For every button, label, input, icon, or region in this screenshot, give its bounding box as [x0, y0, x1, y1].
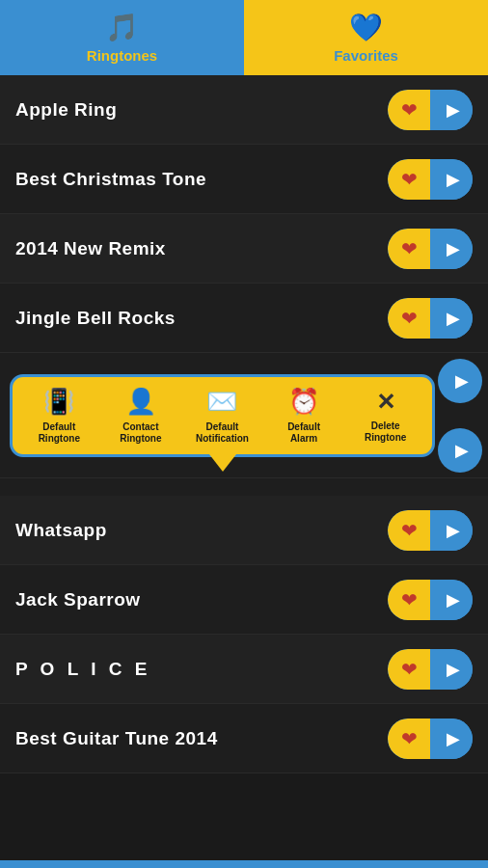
favorites-tab-label: Favorites [334, 47, 398, 64]
context-label: DeleteRingtone [365, 420, 406, 444]
heart-icon: ❤ [401, 519, 418, 542]
play-button[interactable]: ▶ [430, 580, 473, 620]
favorite-button[interactable]: ❤ [388, 510, 430, 551]
play-icon: ▶ [447, 728, 460, 749]
action-buttons: ❤ ▶ [388, 580, 473, 620]
context-item-default-ringtone[interactable]: 📳 DefaultRingtone [18, 387, 100, 445]
item-title: P O L I C E [15, 659, 150, 680]
play-button[interactable]: ▶ [430, 159, 473, 200]
favorite-button[interactable]: ❤ [388, 649, 430, 690]
play-button[interactable]: ▶ [430, 649, 473, 690]
context-label: DefaultNotification [196, 421, 249, 445]
ringtones-list-bottom: Whatsapp ❤ ▶ Jack Sparrow ❤ ▶ P O L I C … [0, 496, 488, 773]
item-title: Jingle Bell Rocks [15, 308, 176, 329]
item-title: 2014 New Remix [15, 238, 166, 259]
heart-icon: ❤ [401, 727, 418, 750]
item-title: Best Guitar Tune 2014 [15, 728, 218, 749]
favorite-button[interactable]: ❤ [388, 229, 430, 269]
context-label: DefaultRingtone [39, 421, 80, 445]
ringtones-tab-label: Ringtones [87, 47, 157, 64]
favorite-button[interactable]: ❤ [388, 719, 430, 759]
list-item: Best Guitar Tune 2014 ❤ ▶ [0, 704, 488, 773]
action-buttons: ❤ ▶ [388, 159, 473, 200]
list-item: Jack Sparrow ❤ ▶ [0, 565, 488, 635]
play-icon: ▶ [447, 99, 460, 121]
play-icon: ▶ [447, 520, 460, 541]
play-icon: ▶ [455, 440, 469, 461]
notification-icon: ✉️ [206, 387, 237, 417]
play-icon: ▶ [447, 659, 460, 680]
heart-icon: ❤ [401, 168, 418, 191]
play-button-top[interactable]: ▶ [438, 359, 482, 403]
bottom-bar [0, 860, 488, 868]
play-icon: ▶ [455, 370, 469, 392]
play-button[interactable]: ▶ [430, 298, 473, 339]
heart-icon: ❤ [401, 658, 418, 681]
list-item: P O L I C E ❤ ▶ [0, 635, 488, 704]
heart-icon: ❤ [401, 98, 418, 122]
alarm-icon: ⏰ [288, 387, 319, 417]
delete-icon: ✕ [376, 389, 395, 416]
list-item: Jingle Bell Rocks ❤ ▶ [0, 284, 488, 353]
action-buttons: ❤ ▶ [388, 90, 473, 130]
tab-favorites[interactable]: 💙 Favorites [244, 0, 488, 75]
favorite-button[interactable]: ❤ [388, 159, 430, 200]
list-item: Whatsapp ❤ ▶ [0, 496, 488, 565]
heart-icon: ❤ [401, 307, 418, 330]
context-label: ContactRingtone [120, 421, 161, 445]
list-item: 2014 New Remix ❤ ▶ [0, 214, 488, 284]
heart-blue-icon: 💙 [349, 12, 383, 43]
folder-music-icon: 🎵 [105, 12, 139, 43]
play-button[interactable]: ▶ [430, 229, 473, 269]
context-label: DefaultAlarm [287, 421, 320, 445]
item-title: Best Christmas Tone [15, 169, 206, 190]
play-button[interactable]: ▶ [430, 510, 473, 551]
heart-icon: ❤ [401, 588, 418, 611]
favorite-button[interactable]: ❤ [388, 298, 430, 339]
item-title: Apple Ring [15, 99, 117, 121]
play-icon: ▶ [447, 169, 460, 190]
play-button[interactable]: ▶ [430, 719, 473, 759]
context-item-contact-ringtone[interactable]: 👤 ContactRingtone [100, 387, 182, 445]
play-icon: ▶ [447, 589, 460, 610]
action-buttons: ❤ ▶ [388, 649, 473, 690]
list-item: Best Christmas Tone ❤ ▶ [0, 145, 488, 214]
favorite-button[interactable]: ❤ [388, 90, 430, 130]
ringtone-icon: 📳 [43, 387, 74, 417]
context-menu-row: 📳 DefaultRingtone 👤 ContactRingtone ✉️ D… [0, 353, 488, 478]
play-button[interactable]: ▶ [430, 90, 473, 130]
list-item: Apple Ring ❤ ▶ [0, 75, 488, 145]
item-title: Whatsapp [15, 520, 107, 541]
action-buttons: ❤ ▶ [388, 229, 473, 269]
play-button-bottom[interactable]: ▶ [438, 428, 482, 473]
context-item-delete-ringtone[interactable]: ✕ DeleteRingtone [344, 389, 426, 444]
header: 🎵 Ringtones 💙 Favorites [0, 0, 488, 75]
item-title: Jack Sparrow [15, 589, 141, 610]
tab-ringtones[interactable]: 🎵 Ringtones [0, 0, 244, 75]
play-icon: ▶ [447, 238, 460, 259]
context-item-default-notification[interactable]: ✉️ DefaultNotification [181, 387, 263, 445]
ringtones-list-top: Apple Ring ❤ ▶ Best Christmas Tone ❤ ▶ 2… [0, 75, 488, 353]
context-item-default-alarm[interactable]: ⏰ DefaultAlarm [263, 387, 345, 445]
action-buttons: ❤ ▶ [388, 510, 473, 551]
action-buttons: ❤ ▶ [388, 298, 473, 339]
heart-icon: ❤ [401, 237, 418, 260]
contact-icon: 👤 [125, 387, 156, 417]
favorite-button[interactable]: ❤ [388, 580, 430, 620]
action-buttons: ❤ ▶ [388, 719, 473, 759]
play-icon: ▶ [447, 308, 460, 329]
popup-arrow-spacer [0, 478, 488, 496]
context-popup: 📳 DefaultRingtone 👤 ContactRingtone ✉️ D… [10, 374, 435, 457]
